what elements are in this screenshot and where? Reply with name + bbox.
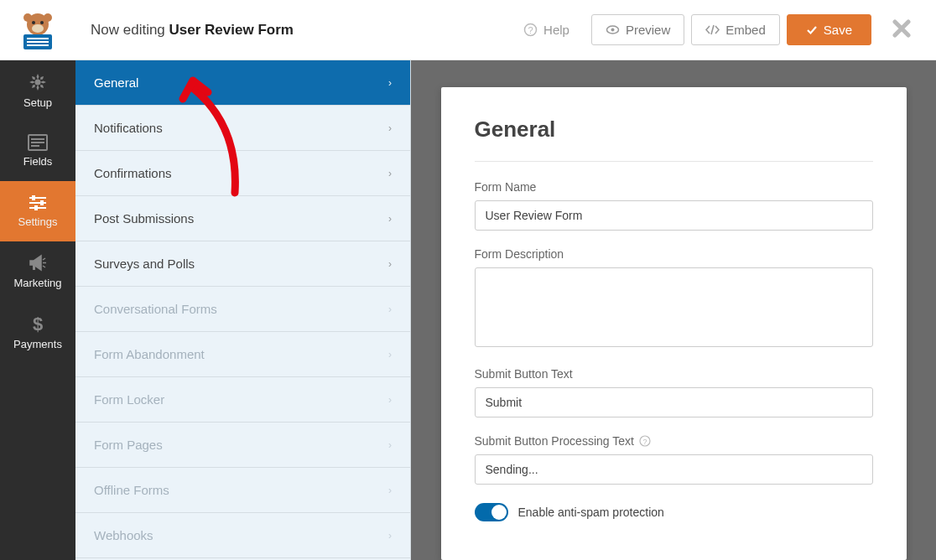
chevron-right-icon: › bbox=[388, 77, 392, 89]
svg-rect-18 bbox=[31, 145, 39, 147]
subpanel-item[interactable]: Post Submissions› bbox=[75, 196, 410, 241]
logo bbox=[0, 0, 75, 60]
antispam-label: Enable anti-spam protection bbox=[518, 506, 664, 519]
subpanel-item[interactable]: Form Abandonment› bbox=[75, 332, 410, 377]
svg-point-5 bbox=[32, 24, 44, 33]
nav-settings[interactable]: Settings bbox=[0, 181, 75, 241]
close-button[interactable] bbox=[892, 19, 911, 41]
subpanel-item-label: General bbox=[94, 75, 138, 90]
sidenav: Setup Fields Settings Marketing $ Paymen… bbox=[0, 60, 75, 560]
svg-text:?: ? bbox=[528, 25, 533, 35]
svg-rect-16 bbox=[31, 138, 44, 140]
chevron-right-icon: › bbox=[388, 439, 392, 451]
chevron-right-icon: › bbox=[388, 303, 392, 315]
chevron-right-icon: › bbox=[388, 349, 392, 360]
form-description-input[interactable] bbox=[475, 267, 873, 347]
antispam-toggle[interactable] bbox=[475, 503, 508, 521]
svg-text:$: $ bbox=[33, 314, 43, 334]
svg-rect-9 bbox=[27, 44, 49, 46]
code-icon bbox=[705, 23, 720, 37]
divider bbox=[475, 161, 873, 162]
subpanel-item[interactable]: Confirmations› bbox=[75, 151, 410, 196]
svg-point-2 bbox=[44, 13, 52, 22]
submit-text-label: Submit Button Text bbox=[475, 367, 873, 381]
svg-point-1 bbox=[23, 13, 32, 22]
canvas: General Form Name Form Description Submi… bbox=[411, 60, 936, 560]
sliders-icon bbox=[28, 194, 48, 211]
submit-processing-label: Submit Button Processing Text ? bbox=[475, 434, 873, 448]
subpanel-item-label: Post Submissions bbox=[94, 211, 194, 226]
svg-rect-22 bbox=[40, 200, 44, 205]
eye-icon bbox=[606, 23, 620, 37]
chevron-right-icon: › bbox=[388, 213, 392, 225]
subpanel-item-label: Notifications bbox=[94, 121, 163, 135]
chevron-right-icon: › bbox=[388, 258, 392, 270]
svg-point-13 bbox=[611, 29, 614, 32]
chevron-right-icon: › bbox=[388, 530, 392, 542]
nav-marketing[interactable]: Marketing bbox=[0, 241, 75, 302]
subpanel-item-label: Form Locker bbox=[94, 392, 164, 407]
subpanel-item[interactable]: Form Locker› bbox=[75, 377, 410, 423]
subpanel-item-label: Offline Forms bbox=[94, 483, 169, 497]
fields-icon bbox=[28, 134, 48, 151]
subpanel-item-label: Conversational Forms bbox=[94, 302, 217, 316]
subpanel-item-label: Webhooks bbox=[94, 528, 153, 542]
dollar-icon: $ bbox=[31, 314, 44, 334]
subpanel-item[interactable]: Form Pages› bbox=[75, 423, 410, 468]
svg-point-14 bbox=[35, 80, 41, 86]
svg-rect-25 bbox=[33, 265, 35, 270]
chevron-right-icon: › bbox=[388, 485, 392, 496]
nav-fields[interactable]: Fields bbox=[0, 121, 75, 181]
embed-button[interactable]: Embed bbox=[691, 14, 780, 45]
chevron-right-icon: › bbox=[388, 394, 392, 406]
close-icon bbox=[892, 19, 911, 38]
chevron-right-icon: › bbox=[388, 122, 392, 134]
help-link[interactable]: ? Help bbox=[523, 23, 569, 37]
svg-point-4 bbox=[40, 21, 44, 24]
svg-rect-8 bbox=[27, 41, 49, 43]
topbar: Now editing User Review Form ? Help Prev… bbox=[0, 0, 936, 60]
form-name-label: Form Name bbox=[475, 180, 873, 194]
save-button[interactable]: Save bbox=[787, 14, 871, 45]
help-icon[interactable]: ? bbox=[639, 435, 651, 447]
subpanel-item[interactable]: Webhooks› bbox=[75, 513, 410, 558]
subpanel-item[interactable]: Conversational Forms› bbox=[75, 287, 410, 332]
subpanel-item[interactable]: Surveys and Polls› bbox=[75, 241, 410, 287]
submit-text-input[interactable] bbox=[475, 387, 873, 417]
svg-text:?: ? bbox=[642, 438, 647, 446]
subpanel-item[interactable]: Offline Forms› bbox=[75, 468, 410, 513]
subpanel-item[interactable]: Notifications› bbox=[75, 106, 410, 151]
help-icon: ? bbox=[523, 23, 538, 37]
gear-icon bbox=[28, 72, 48, 92]
form-name-input[interactable] bbox=[475, 200, 873, 231]
chevron-right-icon: › bbox=[388, 168, 392, 179]
svg-rect-24 bbox=[34, 205, 38, 210]
settings-page: General Form Name Form Description Submi… bbox=[441, 87, 907, 560]
page-heading: General bbox=[475, 117, 873, 143]
settings-subpanel: General›Notifications›Confirmations›Post… bbox=[75, 60, 411, 560]
editing-label: Now editing User Review Form bbox=[91, 22, 294, 39]
subpanel-item-label: Surveys and Polls bbox=[94, 257, 195, 271]
submit-processing-input[interactable] bbox=[475, 454, 873, 485]
svg-rect-7 bbox=[27, 38, 49, 39]
check-icon bbox=[806, 24, 818, 36]
nav-payments[interactable]: $ Payments bbox=[0, 302, 75, 362]
subpanel-item-label: Form Abandonment bbox=[94, 347, 205, 361]
subpanel-item-label: Confirmations bbox=[94, 166, 172, 180]
svg-rect-17 bbox=[31, 142, 44, 143]
subpanel-item[interactable]: General› bbox=[75, 60, 410, 106]
svg-rect-20 bbox=[32, 195, 35, 200]
nav-setup[interactable]: Setup bbox=[0, 60, 75, 121]
bullhorn-icon bbox=[28, 254, 48, 272]
form-description-label: Form Description bbox=[475, 247, 873, 261]
preview-button[interactable]: Preview bbox=[591, 14, 684, 45]
subpanel-item-label: Form Pages bbox=[94, 438, 163, 452]
svg-point-3 bbox=[32, 21, 35, 24]
